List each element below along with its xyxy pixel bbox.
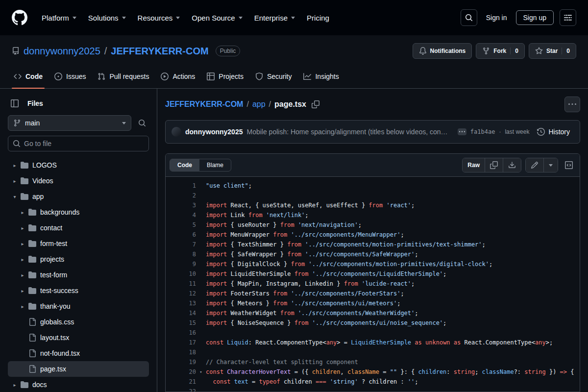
more-options-button[interactable] (564, 97, 580, 112)
nav-menu-enterprise[interactable]: Enterprise (249, 10, 300, 26)
tab-security[interactable]: Security (249, 65, 298, 88)
edit-dropdown-button[interactable] (543, 158, 558, 172)
line-number[interactable]: 14 (166, 308, 196, 318)
line-number[interactable]: 12 (166, 289, 196, 298)
tree-item-page.tsx[interactable]: page.tsx (8, 361, 149, 377)
tree-item-label: layout.tsx (40, 334, 69, 342)
tree-item-LOGOS[interactable]: ▸LOGOS (8, 157, 149, 173)
copy-path-button[interactable] (312, 100, 319, 108)
tree-item-Videos[interactable]: ▸Videos (8, 173, 149, 189)
tree-item-globals.css[interactable]: globals.css (8, 314, 149, 330)
edit-button[interactable] (526, 158, 543, 172)
line-number[interactable]: 13 (166, 298, 196, 308)
line-number[interactable]: 21 (166, 377, 196, 387)
tree-item-form-test[interactable]: ▸form-test (8, 236, 149, 251)
tab-insights[interactable]: Insights (297, 65, 344, 88)
copy-raw-button[interactable] (485, 158, 503, 172)
line-number[interactable]: 16 (166, 328, 196, 338)
download-button[interactable] (503, 158, 521, 172)
chevron-right-icon: ▸ (11, 178, 19, 184)
line-number[interactable]: 18 (166, 347, 196, 357)
nav-menu-label: Platform (42, 14, 69, 22)
repo-owner-link[interactable]: donnywonny2025 (24, 43, 100, 59)
code-text: import MenuWrapper from '../src/componen… (206, 230, 580, 240)
tree-item-not-found.tsx[interactable]: not-found.tsx (8, 345, 149, 361)
search-button[interactable] (461, 9, 477, 26)
line-number[interactable]: 19 (166, 357, 196, 367)
tab-code[interactable]: Code (8, 65, 49, 88)
line-number[interactable]: 20 (166, 367, 196, 377)
commit-description-expander[interactable] (458, 128, 466, 135)
go-to-file-input[interactable] (8, 136, 149, 151)
line-number[interactable]: 9 (166, 259, 196, 269)
fold-chevron-icon[interactable]: ▾ (196, 367, 206, 377)
line-number[interactable]: 6 (166, 230, 196, 240)
commit-author-link[interactable]: donnywonny2025 (185, 128, 243, 136)
line-number[interactable]: 17 (166, 338, 196, 347)
tree-item-label: not-found.tsx (40, 349, 80, 357)
tree-item-test-success[interactable]: ▸test-success (8, 283, 149, 298)
fork-button[interactable]: Fork 0 (476, 43, 525, 59)
line-number[interactable]: 4 (166, 210, 196, 220)
tree-item-contact[interactable]: ▸contact (8, 220, 149, 236)
nav-menu-solutions[interactable]: Solutions (83, 10, 131, 26)
branch-selector[interactable]: main (8, 115, 131, 131)
line-number[interactable]: 7 (166, 240, 196, 249)
github-logo-icon[interactable] (12, 10, 27, 25)
raw-button[interactable]: Raw (463, 158, 485, 172)
preferences-button[interactable] (560, 9, 576, 26)
search-icon (465, 14, 473, 22)
tree-item-docs[interactable]: ▸docs (8, 377, 149, 392)
line-number[interactable]: 5 (166, 220, 196, 230)
tree-item-label: thank-you (40, 302, 70, 310)
code-line-10: 10import LiquidEtherSimple from '../src/… (166, 269, 580, 279)
content: Files main ▸LOGOS▸Videos▾app▸backgrounds… (0, 89, 588, 392)
line-number[interactable]: 11 (166, 279, 196, 289)
tree-item-backgrounds[interactable]: ▸backgrounds (8, 204, 149, 220)
tree-item-projects[interactable]: ▸projects (8, 251, 149, 267)
nav-menu-resources[interactable]: Resources (132, 10, 186, 26)
tree-item-test-form[interactable]: ▸test-form (8, 267, 149, 283)
tab-issues[interactable]: Issues (49, 65, 92, 88)
code-line-20: 20▾const CharacterHoverText = ({ childre… (166, 367, 580, 377)
code-square-icon (565, 161, 573, 169)
avatar[interactable] (172, 127, 181, 137)
collapse-sidebar-button[interactable] (8, 97, 22, 110)
tab-actions[interactable]: Actions (155, 65, 201, 88)
tree-item-label: projects (40, 255, 64, 263)
history-button[interactable]: History (533, 126, 574, 138)
repo-icon (12, 47, 20, 55)
line-number[interactable]: 15 (166, 318, 196, 328)
code-line-22: 22 (166, 387, 580, 392)
breadcrumb-dir-link[interactable]: app (252, 100, 266, 109)
tree-item-layout.tsx[interactable]: layout.tsx (8, 330, 149, 345)
chevron-right-icon: ▸ (11, 163, 19, 168)
notifications-button[interactable]: Notifications (413, 43, 472, 59)
commit-message-link[interactable]: Mobile polish: Home spacing/alignment (t… (246, 128, 453, 136)
nav-menu-platform[interactable]: Platform (36, 10, 82, 26)
tab-pull-requests[interactable]: Pull requests (92, 65, 155, 88)
line-number[interactable]: 1 (166, 181, 196, 191)
tab-blame[interactable]: Blame (199, 159, 231, 171)
tree-item-thank-you[interactable]: ▸thank-you (8, 298, 149, 314)
nav-menu-pricing[interactable]: Pricing (301, 10, 335, 26)
tab-code[interactable]: Code (170, 159, 199, 171)
symbols-button[interactable] (562, 158, 576, 172)
repo-name-link[interactable]: JEFFERYKERR-COM (111, 43, 208, 59)
tree-item-app[interactable]: ▾app (8, 189, 149, 204)
nav-right: Sign in Sign up (461, 9, 576, 26)
line-number[interactable]: 10 (166, 269, 196, 279)
nav-menu-open-source[interactable]: Open Source (186, 10, 247, 26)
line-number[interactable]: 3 (166, 200, 196, 210)
search-files-button[interactable] (135, 116, 149, 130)
commit-sha-link[interactable]: fa1b4ae (470, 128, 495, 135)
breadcrumb-repo-link[interactable]: JEFFERYKERR-COM (165, 100, 243, 109)
line-number[interactable]: 22 (166, 387, 196, 392)
line-number[interactable]: 8 (166, 249, 196, 259)
sign-up-button[interactable]: Sign up (516, 10, 554, 25)
tab-projects[interactable]: Projects (201, 65, 249, 88)
sign-in-link[interactable]: Sign in (483, 11, 510, 24)
code-line-16: 16 (166, 328, 580, 338)
star-button[interactable]: Star 0 (529, 43, 576, 59)
line-number[interactable]: 2 (166, 191, 196, 200)
